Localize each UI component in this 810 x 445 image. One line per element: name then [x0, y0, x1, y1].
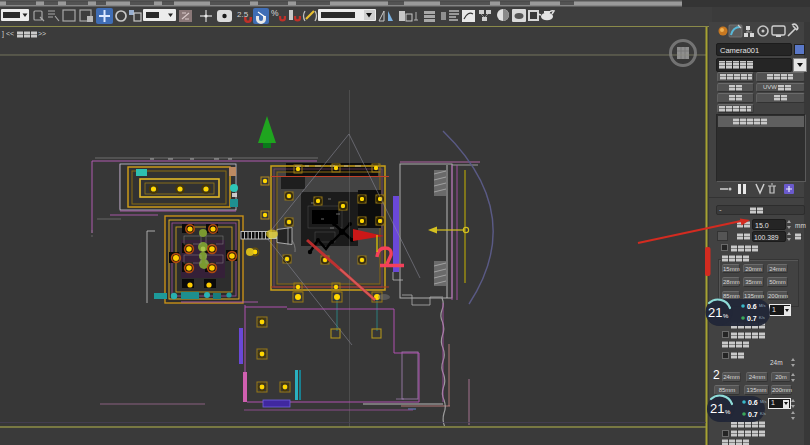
svg-text:%: % — [725, 409, 731, 415]
svg-text:21: 21 — [710, 401, 724, 416]
svg-text:K/s: K/s — [759, 315, 765, 320]
svg-text:0.7: 0.7 — [747, 315, 757, 322]
svg-text:M/s: M/s — [760, 399, 766, 404]
svg-text:0.6: 0.6 — [748, 399, 758, 406]
svg-text:M/s: M/s — [759, 303, 765, 308]
svg-text:21: 21 — [708, 305, 722, 320]
svg-text:K/s: K/s — [760, 411, 766, 416]
svg-text:0.7: 0.7 — [748, 411, 758, 418]
svg-text:%: % — [723, 313, 729, 319]
svg-text:0.6: 0.6 — [747, 303, 757, 310]
